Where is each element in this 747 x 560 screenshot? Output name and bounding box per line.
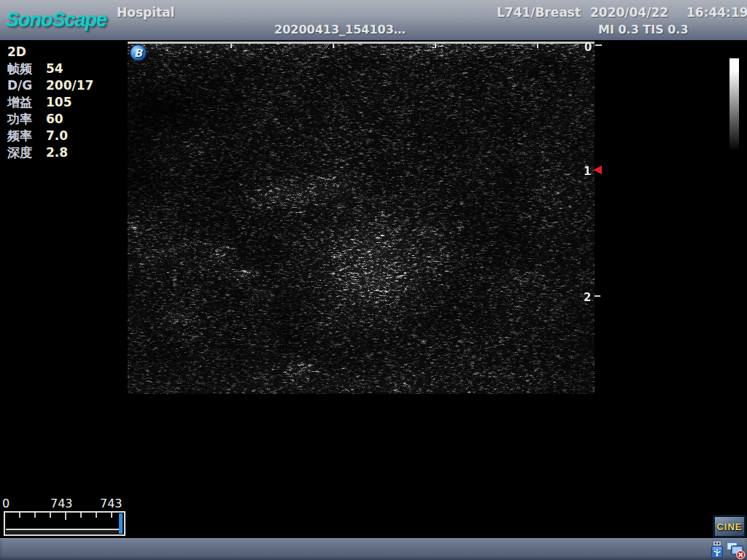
- param-label: 增益: [7, 94, 46, 111]
- param-value: 54: [46, 61, 63, 77]
- header-bar: SonoScape Hospital L741/Breast 2020/04/2…: [0, 0, 747, 40]
- cine-tick: [34, 513, 36, 518]
- cine-total-label: 743: [100, 497, 123, 510]
- cine-tick: [80, 513, 82, 518]
- b-mode-icon: B: [130, 44, 147, 61]
- usb-icon[interactable]: [710, 540, 724, 559]
- depth-marker-2: 2: [584, 291, 591, 304]
- param-row-power: 功率 60: [7, 111, 93, 128]
- depth-tick-0: [595, 44, 602, 46]
- param-label: 功率: [7, 111, 46, 128]
- param-row-depth: 深度 2.8: [7, 144, 93, 161]
- cine-tick: [50, 513, 51, 518]
- param-row-frame-rate: 帧频 54: [7, 61, 93, 77]
- param-row-dg: D/G 200/17: [7, 77, 93, 94]
- ultrasound-image: B: [128, 42, 595, 394]
- width-ruler-tick: [537, 44, 538, 48]
- cine-tick: [96, 513, 97, 518]
- cine-tick: [19, 513, 20, 518]
- exam-date: 2020/04/22: [590, 5, 668, 20]
- depth-tick-2: [595, 295, 600, 297]
- cine-groove: [6, 529, 122, 536]
- param-row-gain: 增益 105: [7, 94, 93, 111]
- width-ruler-tick: [333, 44, 334, 48]
- b-mode-letter: B: [134, 47, 142, 60]
- grayscale-bar: [729, 58, 739, 151]
- cine-start-label: 0: [2, 497, 9, 510]
- param-value: 200/17: [46, 77, 93, 94]
- param-label: 频率: [7, 128, 46, 144]
- hospital-name: Hospital: [117, 5, 174, 20]
- taskbar: [0, 538, 747, 560]
- ultrasound-canvas: [128, 42, 595, 394]
- cine-position-thumb[interactable]: [119, 513, 123, 534]
- brand-logo: SonoScape: [6, 9, 107, 31]
- file-name: 20200413_154103…: [274, 23, 406, 36]
- param-label: 帧频: [7, 61, 46, 77]
- cine-progress-bar[interactable]: [4, 511, 125, 536]
- mode-label: 2D: [7, 44, 93, 61]
- sonoscape-screen: SonoScape Hospital L741/Breast 2020/04/2…: [0, 0, 747, 560]
- param-label: D/G: [7, 77, 46, 94]
- param-value: 2.8: [46, 144, 68, 161]
- focus-marker-icon: [593, 166, 602, 174]
- depth-marker-0: 0: [584, 41, 592, 54]
- param-panel: 2D 帧频 54 D/G 200/17 增益 105 功率 60 频率 7.0 …: [7, 44, 93, 161]
- cine-tick: [65, 513, 66, 520]
- mi-tis-indices: MI 0.3 TIS 0.3: [598, 23, 689, 36]
- probe-preset: L741/Breast: [497, 5, 581, 20]
- cine-current-label: 743: [50, 497, 73, 510]
- width-ruler-tick: [435, 44, 436, 48]
- cine-button[interactable]: CINE: [713, 515, 746, 538]
- width-ruler-tick: [231, 44, 232, 48]
- param-label: 深度: [7, 144, 46, 161]
- param-value: 105: [46, 94, 72, 111]
- network-error-icon[interactable]: [726, 541, 746, 559]
- exam-time: 16:44:19: [686, 5, 747, 20]
- cine-tick: [111, 513, 112, 518]
- param-value: 7.0: [46, 128, 68, 144]
- depth-marker-1: 1: [584, 165, 591, 178]
- param-row-frequency: 频率 7.0: [7, 128, 93, 144]
- param-value: 60: [46, 111, 63, 128]
